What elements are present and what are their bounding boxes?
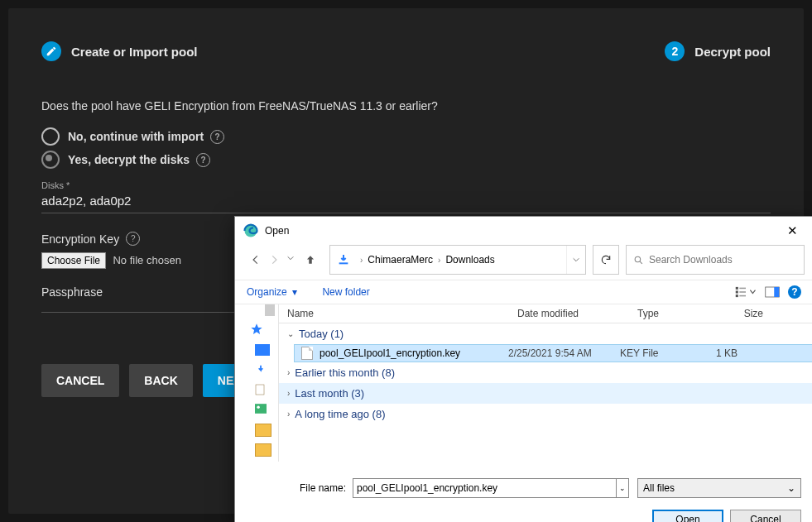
recent-locations-icon[interactable] <box>286 254 298 266</box>
scroll-up-icon[interactable] <box>265 304 275 316</box>
geli-question: Does the pool have GELI Encryption from … <box>41 99 771 113</box>
nav-forward-icon[interactable] <box>268 254 280 266</box>
radio-no-label: No, continue with import <box>68 130 204 143</box>
radio-no[interactable] <box>41 127 60 146</box>
filename-label: File name: <box>247 482 346 494</box>
column-date[interactable]: Date modified <box>509 308 629 319</box>
view-options-button[interactable] <box>735 286 757 298</box>
folder-icon[interactable] <box>255 424 271 437</box>
pictures-icon[interactable] <box>255 404 270 415</box>
column-size[interactable]: Size <box>714 308 770 319</box>
svg-rect-7 <box>739 291 746 293</box>
svg-rect-10 <box>774 287 779 297</box>
encryption-key-label: Encryption Key <box>41 232 119 246</box>
search-input[interactable]: Search Downloads <box>649 254 733 266</box>
nav-up-icon[interactable] <box>305 254 316 266</box>
close-icon[interactable]: ✕ <box>780 223 805 238</box>
svg-rect-12 <box>255 404 267 414</box>
step-1-icon <box>41 41 61 61</box>
disks-label: Disks * <box>41 180 771 190</box>
group-earlier[interactable]: ›Earlier this month (8) <box>279 362 812 383</box>
open-button[interactable]: Open <box>652 510 723 522</box>
disks-field[interactable]: ada2p2, ada0p2 <box>41 190 771 213</box>
chevron-down-icon: ⌄ <box>287 329 294 338</box>
chevron-right-icon: › <box>287 389 290 398</box>
new-folder-button[interactable]: New folder <box>322 286 369 298</box>
group-long-ago[interactable]: ›A long time ago (8) <box>279 404 812 424</box>
nav-pane[interactable] <box>235 304 279 462</box>
folder-icon[interactable] <box>255 443 271 457</box>
downloads-folder-icon <box>337 253 350 266</box>
chevron-right-icon: › <box>360 256 363 265</box>
file-open-dialog: Open ✕ › ChimaeraMerc › Downloads <box>234 216 812 522</box>
help-icon[interactable]: ? <box>196 153 210 167</box>
file-date: 2/25/2021 9:54 AM <box>508 347 620 359</box>
svg-rect-6 <box>739 288 746 290</box>
dialog-title: Open <box>265 225 780 237</box>
svg-rect-5 <box>736 295 738 297</box>
dialog-cancel-button[interactable]: Cancel <box>730 510 801 522</box>
group-today[interactable]: ⌄Today (1) <box>279 323 812 344</box>
svg-point-13 <box>257 406 260 409</box>
filename-input[interactable] <box>353 478 617 498</box>
svg-rect-11 <box>256 385 264 395</box>
desktop-icon[interactable] <box>255 344 270 356</box>
back-button[interactable]: BACK <box>129 364 192 397</box>
column-type[interactable]: Type <box>629 308 714 319</box>
cancel-button[interactable]: CANCEL <box>41 364 119 397</box>
step-2-label: Decrypt pool <box>694 45 771 59</box>
file-type-filter[interactable]: All files⌄ <box>637 478 801 498</box>
help-icon[interactable]: ? <box>788 285 801 299</box>
help-icon[interactable]: ? <box>210 130 224 144</box>
step-1-label: Create or Import pool <box>71 45 198 59</box>
address-bar[interactable]: › ChimaeraMerc › Downloads <box>330 246 566 274</box>
documents-icon[interactable] <box>255 384 270 395</box>
help-icon[interactable]: ? <box>126 232 140 246</box>
svg-rect-3 <box>736 287 738 290</box>
path-seg-user[interactable]: ChimaeraMerc <box>368 254 433 266</box>
column-name[interactable]: Name <box>279 308 509 319</box>
search-icon <box>633 255 644 266</box>
preview-pane-button[interactable] <box>765 286 780 298</box>
filename-history-dropdown[interactable]: ⌄ <box>617 478 629 498</box>
group-last-month[interactable]: ›Last month (3) <box>279 383 812 404</box>
file-icon <box>301 347 313 360</box>
svg-point-2 <box>635 256 641 262</box>
edge-icon <box>243 223 258 238</box>
file-name: pool_GELIpool1_encryption.key <box>320 347 460 359</box>
downloads-icon[interactable] <box>255 364 270 376</box>
chevron-right-icon: › <box>287 409 290 419</box>
file-size: 1 KB <box>698 347 738 359</box>
nav-back-icon[interactable] <box>250 254 262 266</box>
svg-rect-8 <box>739 295 746 297</box>
svg-rect-1 <box>339 262 348 264</box>
radio-yes-label: Yes, decrypt the disks <box>68 153 190 166</box>
path-seg-downloads[interactable]: Downloads <box>445 254 494 266</box>
file-row[interactable]: pool_GELIpool1_encryption.key 2/25/2021 … <box>294 344 812 362</box>
no-file-label: No file chosen <box>113 254 180 266</box>
choose-file-button[interactable]: Choose File <box>41 252 106 269</box>
organize-menu[interactable]: Organize ▾ <box>247 286 297 298</box>
chevron-right-icon: › <box>287 368 290 377</box>
step-2-icon: 2 <box>665 41 685 61</box>
refresh-icon[interactable] <box>600 254 612 266</box>
file-type: KEY File <box>620 347 698 359</box>
chevron-right-icon: › <box>438 256 440 265</box>
svg-rect-4 <box>736 290 738 293</box>
radio-yes[interactable] <box>41 151 60 169</box>
quick-access-icon[interactable] <box>250 323 265 334</box>
chevron-down-icon: ⌄ <box>787 482 795 494</box>
address-dropdown[interactable] <box>566 246 585 274</box>
